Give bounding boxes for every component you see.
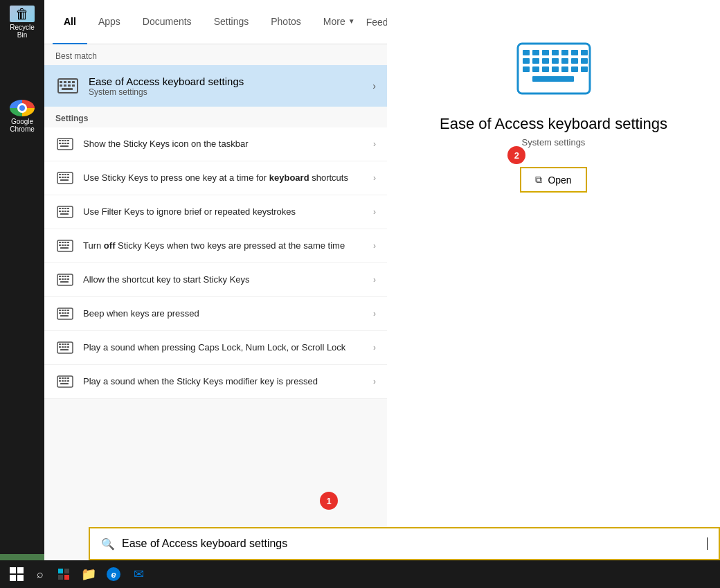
taskbar-search-button[interactable]: ⌕ xyxy=(30,564,50,584)
setting-kbd-icon-3 xyxy=(55,202,75,222)
svg-rect-73 xyxy=(64,344,66,345)
svg-rect-112 xyxy=(532,76,574,82)
taskbar-file-explorer-button[interactable]: 📁 xyxy=(78,563,100,585)
svg-rect-7 xyxy=(68,84,71,87)
setting-arrow-6: › xyxy=(373,309,376,319)
svg-rect-17 xyxy=(64,143,66,144)
taskbar-mail-button[interactable]: ✉ xyxy=(127,563,150,585)
svg-rect-75 xyxy=(59,346,61,348)
setting-kbd-icon-2 xyxy=(55,168,75,188)
search-overlay: All Apps Documents Settings Photos More … xyxy=(44,0,720,588)
right-panel-subtitle: System settings xyxy=(522,137,586,148)
svg-rect-110 xyxy=(571,66,578,72)
open-button-container: 2 ⧉ Open xyxy=(520,167,586,193)
setting-item-8[interactable]: Play a sound when the Sticky Keys modifi… xyxy=(44,365,387,399)
svg-rect-31 xyxy=(59,208,61,209)
cortana-icon xyxy=(55,566,72,582)
svg-rect-94 xyxy=(552,50,559,55)
setting-text-8: Play a sound when the Sticky Keys modifi… xyxy=(83,375,373,388)
svg-rect-111 xyxy=(581,66,588,72)
setting-item-6[interactable]: Beep when keys are pressed › xyxy=(44,297,387,331)
setting-item-5[interactable]: Allow the shortcut key to start Sticky K… xyxy=(44,263,387,297)
setting-arrow-5: › xyxy=(373,275,376,285)
svg-rect-64 xyxy=(67,310,69,311)
settings-section-label: Settings xyxy=(44,107,387,127)
svg-rect-52 xyxy=(62,276,64,277)
setting-kbd-icon-8 xyxy=(55,372,75,391)
taskbar-search-icon: ⌕ xyxy=(37,568,44,580)
svg-rect-39 xyxy=(60,213,69,215)
search-box[interactable]: 🔍 Ease of Access keyboard settings xyxy=(89,527,720,560)
file-explorer-icon: 📁 xyxy=(81,567,96,582)
svg-rect-97 xyxy=(581,50,588,55)
setting-item-4[interactable]: Turn off Sticky Keys when two keys are p… xyxy=(44,229,387,263)
svg-rect-42 xyxy=(62,242,64,243)
setting-item-1[interactable]: Show the Sticky Keys icon on the taskbar… xyxy=(44,127,387,161)
setting-arrow-8: › xyxy=(373,377,376,386)
start-button[interactable] xyxy=(6,563,28,585)
taskbar-cortana-button[interactable] xyxy=(53,563,75,585)
large-keyboard-icon xyxy=(516,42,592,98)
setting-item-7[interactable]: Play a sound when pressing Caps Lock, Nu… xyxy=(44,331,387,365)
svg-rect-103 xyxy=(571,58,578,64)
tab-apps[interactable]: Apps xyxy=(87,0,132,44)
svg-rect-106 xyxy=(532,66,539,72)
right-panel: Ease of Access keyboard settings System … xyxy=(387,0,720,561)
setting-text-6: Beep when keys are pressed xyxy=(83,308,373,320)
open-button[interactable]: ⧉ Open xyxy=(520,167,586,193)
svg-rect-16 xyxy=(62,143,64,144)
svg-rect-44 xyxy=(67,242,69,243)
best-match-item[interactable]: Ease of Access keyboard settings System … xyxy=(44,65,387,107)
svg-rect-77 xyxy=(64,346,66,348)
search-input[interactable]: Ease of Access keyboard settings xyxy=(122,537,706,550)
svg-rect-25 xyxy=(59,177,61,178)
setting-text-1: Show the Sticky Keys icon on the taskbar xyxy=(83,138,373,150)
tab-more[interactable]: More ▼ xyxy=(312,0,366,44)
svg-rect-100 xyxy=(542,58,549,64)
setting-text-7: Play a sound when pressing Caps Lock, Nu… xyxy=(83,341,373,354)
taskbar-edge-button[interactable]: e xyxy=(102,563,125,585)
setting-kbd-icon-1 xyxy=(55,134,75,154)
svg-rect-48 xyxy=(67,244,69,246)
svg-rect-26 xyxy=(62,177,64,178)
svg-rect-21 xyxy=(59,174,61,175)
tab-documents[interactable]: Documents xyxy=(132,0,203,44)
svg-rect-72 xyxy=(62,344,64,345)
best-match-title: Ease of Access keyboard settings xyxy=(89,75,372,87)
tab-settings[interactable]: Settings xyxy=(203,0,260,44)
svg-rect-84 xyxy=(67,377,69,379)
svg-rect-71 xyxy=(59,344,61,345)
svg-rect-108 xyxy=(552,66,559,72)
best-match-subtitle: System settings xyxy=(89,87,372,97)
best-match-kbd-icon xyxy=(55,73,80,98)
svg-rect-29 xyxy=(60,179,69,181)
svg-rect-83 xyxy=(64,377,66,379)
svg-rect-55 xyxy=(59,278,61,280)
tab-photos[interactable]: Photos xyxy=(260,0,312,44)
mail-icon: ✉ xyxy=(134,567,144,582)
svg-rect-115 xyxy=(58,575,63,580)
svg-rect-98 xyxy=(523,58,530,64)
svg-rect-13 xyxy=(64,140,66,141)
svg-rect-33 xyxy=(64,208,66,209)
svg-rect-4 xyxy=(72,81,75,83)
tab-all[interactable]: All xyxy=(53,0,87,44)
svg-rect-65 xyxy=(59,312,61,314)
setting-item-2[interactable]: Use Sticky Keys to press one key at a ti… xyxy=(44,161,387,195)
svg-rect-11 xyxy=(59,140,61,141)
svg-rect-69 xyxy=(60,315,69,317)
setting-text-5: Allow the shortcut key to start Sticky K… xyxy=(83,274,373,286)
svg-rect-3 xyxy=(68,81,71,83)
chrome-icon[interactable]: Google Chrome xyxy=(6,100,39,133)
setting-item-3[interactable]: Use Filter Keys to ignore brief or repea… xyxy=(44,195,387,229)
svg-rect-34 xyxy=(67,208,69,209)
svg-rect-32 xyxy=(62,208,64,209)
recycle-bin-icon[interactable]: 🗑 Recycle Bin xyxy=(6,6,39,39)
step-badge-1: 1 xyxy=(320,492,338,510)
setting-arrow-2: › xyxy=(373,173,376,183)
svg-rect-63 xyxy=(64,310,66,311)
svg-rect-114 xyxy=(64,569,69,573)
svg-rect-51 xyxy=(59,276,61,277)
setting-arrow-7: › xyxy=(373,343,376,353)
svg-rect-56 xyxy=(62,278,64,280)
